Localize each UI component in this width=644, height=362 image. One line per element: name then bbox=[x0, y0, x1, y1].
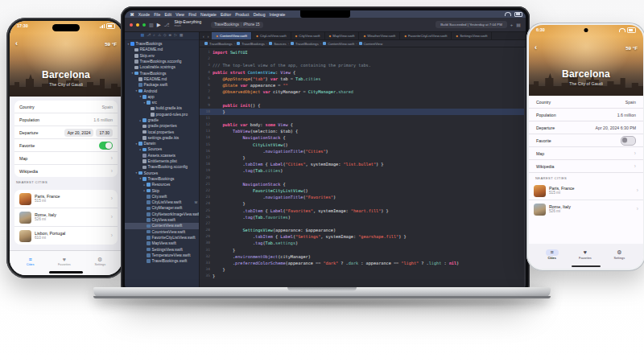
tree-item-travelbookings[interactable]: ▾TravelBookings bbox=[125, 70, 199, 76]
city-row-rome[interactable]: Rome, Italy526 mi› bbox=[529, 200, 643, 218]
navigator-reports-icon[interactable]: ▦ bbox=[180, 34, 183, 38]
tree-item-build-gradle-kts[interactable]: build.gradle.kts bbox=[125, 105, 199, 111]
navigator-search-icon[interactable]: ⌕ bbox=[153, 34, 155, 38]
navigator-tests-icon[interactable]: ◇ bbox=[163, 34, 167, 38]
source-editor[interactable]: 1import SwiftUI23/// The top-level view … bbox=[200, 47, 526, 291]
menu-item-navigate[interactable]: Navigate bbox=[198, 12, 218, 17]
tree-item-cityview-swift[interactable]: CityView.swift bbox=[125, 217, 199, 223]
city-row-paris[interactable]: Paris, France515 mi› bbox=[529, 182, 643, 200]
editor-layout-icon[interactable]: ▤ bbox=[516, 23, 521, 27]
editor-tab-weatherview-swift[interactable]: ◆WeatherView.swift bbox=[359, 32, 400, 39]
tree-item-android[interactable]: ▾Android bbox=[125, 88, 199, 93]
battery-icon[interactable] bbox=[514, 12, 522, 17]
back-button[interactable]: ‹ bbox=[15, 40, 18, 47]
breadcrumb-item[interactable]: ContentView bbox=[364, 42, 383, 46]
tree-item-sources[interactable]: ▸Sources bbox=[125, 146, 199, 152]
info-row-favorite[interactable]: Favorite bbox=[529, 134, 643, 147]
editor-scrollbar[interactable] bbox=[524, 47, 526, 291]
breadcrumb-item[interactable]: Sources bbox=[274, 42, 286, 46]
tree-item-travelbookings-swift[interactable]: TravelBookings.swift bbox=[125, 258, 199, 264]
wifi-icon[interactable] bbox=[505, 12, 511, 16]
menu-item-product[interactable]: Product bbox=[233, 12, 251, 17]
editor-tab-settingsview-swift[interactable]: ◆SettingsView.swift bbox=[452, 32, 492, 39]
info-row-map[interactable]: Map› bbox=[529, 147, 643, 160]
toggle-navigator-icon[interactable]: ▥ bbox=[149, 23, 154, 27]
editor-tab-contentview-swift[interactable]: ◆ContentView.swift bbox=[212, 32, 252, 39]
tree-item-travelbookings-xcconfig[interactable]: TravelBookings.xcconfig bbox=[125, 59, 199, 64]
tree-item-citylistview-swift[interactable]: CityListView.swiftM bbox=[125, 200, 199, 205]
tree-item-readme-md[interactable]: README.md bbox=[125, 76, 199, 82]
back-button[interactable]: ‹ bbox=[535, 44, 537, 51]
menu-item-debug[interactable]: Debug bbox=[251, 12, 267, 17]
editor-tab-favoritecitylistview-swift[interactable]: ◆FavoriteCityListView.swift bbox=[400, 32, 452, 39]
tree-item-countriesview-swift[interactable]: CountriesView.swift bbox=[125, 229, 199, 235]
tree-item-temperatureview-swift[interactable]: TemperatureView.swift bbox=[125, 253, 199, 258]
minimize-window-button[interactable] bbox=[136, 23, 139, 27]
info-row-favorite[interactable]: Favorite bbox=[14, 139, 118, 152]
favorite-toggle[interactable] bbox=[99, 142, 113, 150]
breadcrumb-item[interactable]: TravelBookings bbox=[242, 42, 265, 46]
tree-item-assets-xcassets[interactable]: Assets.xcassets bbox=[125, 153, 199, 158]
menu-item-editor[interactable]: Editor bbox=[218, 12, 233, 17]
tab-cities[interactable]: ≡Cities bbox=[546, 249, 559, 260]
tree-item-sources[interactable]: ▾Sources bbox=[125, 171, 199, 176]
editor-tab-cityview-swift[interactable]: ◆CityView.swift bbox=[291, 32, 325, 39]
picker-button[interactable]: Apr 20, 2024 bbox=[64, 129, 94, 137]
tree-item-package-swift[interactable]: Package.swift bbox=[125, 82, 199, 88]
zoom-window-button[interactable] bbox=[142, 23, 146, 27]
tree-item-readme-md[interactable]: README.md bbox=[125, 47, 199, 52]
tree-item-settings-gradle-kts[interactable]: settings.gradle.kts bbox=[125, 135, 199, 141]
city-row-rome[interactable]: Rome, Italy526 mi› bbox=[14, 208, 118, 227]
tree-item-entitlements-plist[interactable]: Entitlements.plist bbox=[125, 158, 199, 164]
tree-item-src[interactable]: ▾src bbox=[125, 100, 199, 105]
city-row-paris[interactable]: Paris, France515 mi› bbox=[14, 190, 118, 208]
project-widget[interactable]: Skip-Everything main bbox=[175, 21, 202, 28]
tree-item-mapview-swift[interactable]: MapView.swift bbox=[125, 241, 199, 246]
menu-item-file[interactable]: File bbox=[152, 12, 163, 17]
info-row-map[interactable]: Map› bbox=[14, 152, 118, 165]
close-window-button[interactable] bbox=[130, 23, 133, 27]
tree-item-settingsview-swift[interactable]: SettingsView.swift bbox=[125, 246, 199, 252]
breadcrumb-item[interactable]: ContentView.swift bbox=[328, 42, 354, 46]
tree-item-resources[interactable]: ▸Resources bbox=[125, 182, 199, 187]
tree-item-travelbookings[interactable]: ▾TravelBookings bbox=[125, 41, 199, 47]
tree-item-contentview-swift[interactable]: ContentView.swift bbox=[125, 223, 199, 228]
tree-item-citymanager-swift[interactable]: CityManager.swift bbox=[125, 205, 199, 211]
tree-item-local-properties[interactable]: local.properties bbox=[125, 129, 199, 134]
menu-item-find[interactable]: Find bbox=[187, 12, 199, 17]
tab-cities[interactable]: ≡Cities bbox=[27, 257, 35, 266]
navigator-vcs-icon[interactable]: ⎇ bbox=[147, 34, 151, 38]
navigator-files-icon[interactable]: ▤ bbox=[141, 34, 144, 38]
menu-item-xcode[interactable]: Xcode bbox=[136, 12, 151, 17]
navigator-breakpoints-icon[interactable]: ▷ bbox=[174, 34, 177, 38]
tree-item-city-swift[interactable]: City.swift bbox=[125, 194, 199, 200]
menu-item-view[interactable]: View bbox=[174, 12, 187, 17]
tree-item-gradle-properties[interactable]: gradle.properties bbox=[125, 123, 199, 129]
favorite-toggle[interactable] bbox=[621, 136, 636, 146]
navigator-debug-icon[interactable]: ≣ bbox=[169, 34, 172, 38]
info-row-wikipedia[interactable]: Wikipedia› bbox=[14, 165, 118, 177]
add-icon[interactable]: + bbox=[510, 23, 514, 27]
tree-item-citynetworkimageview-swift[interactable]: CityNetworkImageView.swift bbox=[125, 212, 199, 217]
tree-item-skip-env[interactable]: Skip.env bbox=[125, 53, 199, 59]
tab-settings[interactable]: ⚙Settings bbox=[94, 257, 105, 266]
editor-tab-citylistview-swift[interactable]: ◆CityListView.swift bbox=[252, 32, 291, 39]
activity-status[interactable]: Build Succeeded | Yesterday at 7:04 PM bbox=[436, 21, 507, 28]
picker-button[interactable]: 17:30 bbox=[96, 129, 113, 137]
tree-item-skip[interactable]: ▸Skip bbox=[125, 187, 199, 193]
city-row-lisbon[interactable]: Lisbon, Portugal610 mi› bbox=[14, 227, 118, 245]
scheme-selector[interactable]: TravelBookings | iPhone 15 bbox=[211, 22, 262, 28]
tree-item-localizable-xcstrings[interactable]: Localizable.xcstrings bbox=[125, 64, 199, 70]
tab-settings[interactable]: ⚙Settings bbox=[612, 249, 626, 260]
tree-item-app[interactable]: ▾app bbox=[125, 94, 199, 100]
breadcrumb-item[interactable]: TravelBookings bbox=[209, 42, 233, 46]
tree-item-favoritecitylistview-swift[interactable]: FavoriteCityListView.swift bbox=[125, 235, 199, 241]
menu-item-integrate[interactable]: Integrate bbox=[267, 12, 287, 17]
history-back-icon[interactable]: ‹ bbox=[200, 32, 208, 39]
breadcrumb-item[interactable]: TravelBookings bbox=[295, 42, 319, 46]
tab-favorites[interactable]: ♥Favorites bbox=[58, 257, 71, 266]
apple-menu-icon[interactable]: ⌘ bbox=[128, 12, 136, 17]
tree-item-darwin[interactable]: ▾Darwin bbox=[125, 141, 199, 146]
tree-item-travelbooking-xcconfig[interactable]: TravelBooking.xcconfig bbox=[125, 164, 199, 170]
run-button[interactable]: ▶ bbox=[157, 22, 161, 28]
